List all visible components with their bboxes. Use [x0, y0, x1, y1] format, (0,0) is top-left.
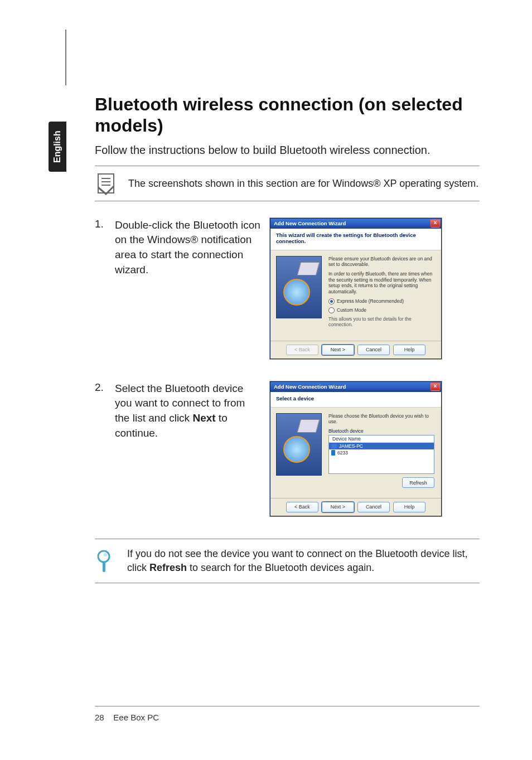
phone-icon [331, 450, 335, 456]
wizard-para: In order to certify Bluetooth, there are… [328, 271, 434, 295]
tip-after: to search for the Bluetooth devices agai… [187, 562, 374, 573]
device-list[interactable]: Device Name JAMES-PC 6233 [328, 435, 434, 474]
wizard-screenshot-2: Add New Connection Wizard × Select a dev… [270, 381, 442, 516]
wizard-instruction: Please choose the Bluetooth device you w… [328, 413, 434, 425]
page-title: Bluetooth wireless connection (on select… [95, 94, 480, 137]
wizard-title: Add New Connection Wizard [274, 220, 346, 226]
radio-custom[interactable]: Custom Mode [328, 307, 434, 313]
magnifier-icon [95, 549, 115, 573]
note-icon [95, 172, 118, 195]
next-button[interactable]: Next > [322, 345, 354, 355]
intro-text: Follow the instructions below to build B… [95, 142, 480, 158]
radio-express[interactable]: Express Mode (Recommended) [328, 298, 434, 304]
step-number: 1. [95, 218, 107, 277]
svg-point-5 [104, 553, 107, 556]
page-number: 28 [95, 713, 104, 722]
step-1: 1. Double-click the Bluetooth icon on th… [95, 218, 480, 359]
column-header: Device Name [329, 435, 434, 443]
close-icon[interactable]: × [431, 219, 440, 227]
note-text: The screenshots shown in this section ar… [128, 177, 478, 190]
device-row[interactable]: JAMES-PC [329, 443, 434, 449]
svg-point-4 [98, 551, 109, 562]
step-text: Select the Bluetooth device you want to … [115, 381, 262, 440]
back-button: < Back [286, 345, 318, 355]
language-tab: English [49, 122, 66, 172]
wizard-title: Add New Connection Wizard [274, 384, 346, 390]
device-name: 6233 [337, 450, 348, 456]
note-box: The screenshots shown in this section ar… [95, 166, 480, 201]
tip-text: If you do not see the device you want to… [127, 547, 480, 575]
radio-label: Express Mode (Recommended) [337, 298, 404, 304]
back-button[interactable]: < Back [286, 502, 318, 512]
device-name: JAMES-PC [339, 443, 363, 449]
svg-rect-6 [103, 562, 105, 572]
help-button[interactable]: Help [393, 502, 425, 512]
radio-icon [328, 307, 335, 313]
next-button[interactable]: Next > [322, 502, 354, 512]
tip-bold: Refresh [149, 562, 187, 573]
radio-label: Custom Mode [337, 307, 366, 313]
wizard-screenshot-1: Add New Connection Wizard × This wizard … [270, 218, 442, 359]
step-text-bold: Next [192, 412, 215, 424]
close-icon[interactable]: × [431, 383, 440, 391]
footer-label: Eee Box PC [113, 713, 159, 722]
step-text: Double-click the Bluetooth icon on the W… [115, 218, 262, 277]
step-2: 2. Select the Bluetooth device you want … [95, 381, 480, 516]
wizard-para: Please ensure your Bluetooth devices are… [328, 256, 434, 268]
tip-box: If you do not see the device you want to… [95, 539, 480, 583]
help-button[interactable]: Help [393, 345, 425, 355]
footer: 28 Eee Box PC [95, 713, 159, 722]
radio-icon [328, 298, 335, 304]
radio-subtext: This allows you to set the details for t… [328, 316, 434, 328]
wizard-header: Select a device [270, 392, 441, 408]
wizard-header: This wizard will create the settings for… [270, 229, 441, 250]
pc-icon [331, 444, 337, 449]
wizard-art-icon [276, 256, 322, 318]
wizard-art-icon [276, 413, 322, 476]
refresh-button[interactable]: Refresh [402, 477, 434, 488]
cancel-button[interactable]: Cancel [357, 502, 390, 512]
step-number: 2. [95, 381, 107, 440]
footer-rule [95, 706, 480, 706]
group-label: Bluetooth device [328, 428, 434, 434]
vertical-rule [65, 30, 66, 85]
device-row[interactable]: 6233 [329, 449, 434, 456]
cancel-button[interactable]: Cancel [357, 345, 390, 355]
